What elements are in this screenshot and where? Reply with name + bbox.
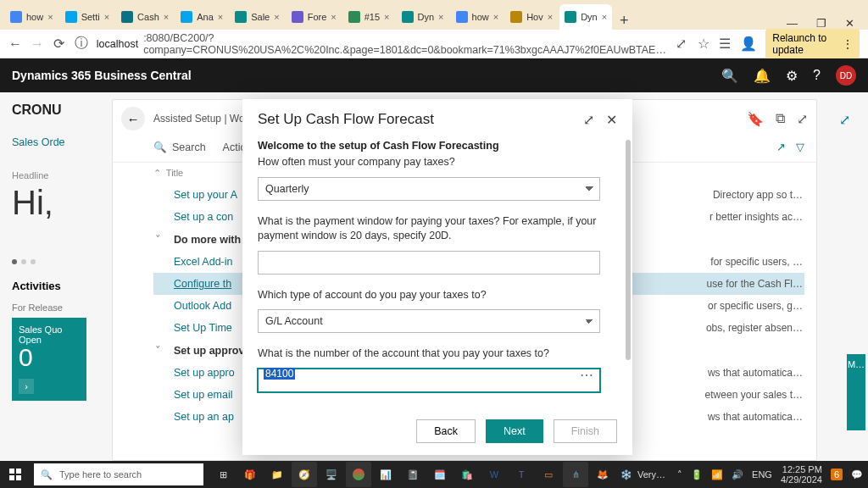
site-info-icon[interactable]: ⓘ xyxy=(75,35,88,53)
tray-wifi-icon[interactable]: 📶 xyxy=(711,469,723,480)
url-field[interactable]: localhost:8080/BC200/?company=CRONUS%20U… xyxy=(97,32,666,56)
tab-close-icon[interactable]: × xyxy=(384,12,389,22)
back-button[interactable]: Back xyxy=(416,419,476,443)
tray-volume-icon[interactable]: 🔊 xyxy=(732,469,743,480)
tray-clock[interactable]: 12:25 PM 4/29/2024 xyxy=(781,464,822,485)
q-tax-frequency: How often must your company pay taxes? xyxy=(258,155,617,170)
tab-close-icon[interactable]: × xyxy=(218,12,223,22)
panel-breadcrumb: Assisted Setup | Wor xyxy=(153,113,248,125)
taskbar-app[interactable]: ▭ xyxy=(536,462,561,487)
bc-settings-icon[interactable]: ⚙ xyxy=(786,68,798,84)
open-new-window-icon[interactable]: ⧉ xyxy=(776,111,785,127)
modal-scrollbar[interactable] xyxy=(626,140,631,360)
taskbar-chrome[interactable] xyxy=(346,462,371,487)
tax-frequency-select[interactable]: Quarterly xyxy=(258,177,600,201)
taskbar-app[interactable]: 📊 xyxy=(373,462,398,487)
taskbar-app[interactable]: 📓 xyxy=(400,462,426,487)
taskbar-app[interactable]: 🧭 xyxy=(292,462,317,487)
lookup-icon[interactable]: ⋯ xyxy=(580,367,593,383)
bc-notifications-icon[interactable]: 🔔 xyxy=(754,68,771,84)
tab-close-icon[interactable]: × xyxy=(438,12,443,22)
start-button[interactable] xyxy=(0,461,31,488)
tab-close-icon[interactable]: × xyxy=(493,12,498,22)
modal-close-icon[interactable]: ✕ xyxy=(606,112,617,128)
browser-tab[interactable]: Hov× xyxy=(505,4,558,30)
tab-close-icon[interactable]: × xyxy=(274,12,279,22)
account-type-select[interactable]: G/L Account xyxy=(258,309,600,333)
payment-window-input[interactable] xyxy=(258,251,600,274)
tray-action-center-icon[interactable]: 💬 xyxy=(851,469,863,480)
taskbar-app[interactable]: 🗓️ xyxy=(427,462,453,487)
tab-close-icon[interactable]: × xyxy=(164,12,169,22)
taskbar-weather[interactable]: ❄️Very… xyxy=(620,469,665,480)
q-payment-window: What is the payment window for paying yo… xyxy=(258,214,617,244)
share-icon[interactable]: ↗ xyxy=(776,141,786,153)
taskbar-app[interactable]: T xyxy=(509,462,534,487)
filter-icon[interactable]: ▽ xyxy=(796,141,804,153)
panel-back-button[interactable]: ← xyxy=(121,107,145,130)
modal-welcome: Welcome to the setup of Cash Flow Foreca… xyxy=(258,140,617,152)
taskbar-app[interactable]: 🛍️ xyxy=(454,462,480,487)
taskbar-app[interactable]: W xyxy=(481,462,507,487)
tray-language[interactable]: ENG xyxy=(752,469,772,480)
new-tab-button[interactable]: + xyxy=(614,12,634,30)
taskbar-vscode[interactable]: ⋔ xyxy=(563,462,588,487)
tab-close-icon[interactable]: × xyxy=(331,12,336,22)
taskbar-app[interactable]: 🎁 xyxy=(237,462,263,487)
browser-tab[interactable]: Fore× xyxy=(287,4,342,30)
browser-tab[interactable]: how× xyxy=(5,4,58,30)
tab-close-icon[interactable]: × xyxy=(548,12,553,22)
browser-tab[interactable]: Ana× xyxy=(175,4,228,30)
tray-chevron-up-icon[interactable]: ˄ xyxy=(677,469,682,480)
bookmark-icon[interactable]: 🔖 xyxy=(747,111,764,127)
relaunch-button[interactable]: Relaunch to update⋮ xyxy=(765,29,860,59)
tab-close-icon[interactable]: × xyxy=(47,12,53,22)
browser-tab[interactable]: #15× xyxy=(343,4,395,30)
bc-help-icon[interactable]: ? xyxy=(813,68,821,83)
bc-search-icon[interactable]: 🔍 xyxy=(721,68,738,84)
tray-battery-icon[interactable]: 🔋 xyxy=(691,469,703,480)
bookmark-star-icon[interactable]: ☆ xyxy=(697,36,710,52)
nav-reload-button[interactable]: ⟳ xyxy=(53,36,66,52)
cue-tile-sales-quotes[interactable]: Sales Quo Open 0 › xyxy=(12,318,86,401)
browser-tab[interactable]: Sale× xyxy=(230,4,284,30)
collapse-icon[interactable]: ⌃ xyxy=(153,168,164,179)
reading-list-icon[interactable]: ☰ xyxy=(718,36,732,52)
finish-button[interactable]: Finish xyxy=(554,419,617,443)
chevron-down-icon[interactable]: ˅ xyxy=(155,233,165,246)
system-tray: ˄ 🔋 📶 🔊 ENG 12:25 PM 4/29/2024 6 💬 xyxy=(677,464,868,485)
account-number-input[interactable] xyxy=(258,369,600,392)
browser-tab[interactable]: how× xyxy=(451,4,504,30)
tab-close-icon[interactable]: × xyxy=(104,12,109,22)
nav-forward-button[interactable]: → xyxy=(31,36,44,52)
search-icon: 🔍 xyxy=(41,469,53,480)
browser-tab[interactable]: Cash× xyxy=(116,4,174,30)
chevron-down-icon[interactable]: ˅ xyxy=(155,344,165,357)
browser-tab[interactable]: Setti× xyxy=(60,4,114,30)
window-restore[interactable]: ❐ xyxy=(816,17,826,30)
tab-close-icon[interactable]: × xyxy=(602,12,607,22)
nav-back-button[interactable]: ← xyxy=(8,36,22,52)
taskbar-apps: ⊞ 🎁 📁 🧭 🖥️ 📊 📓 🗓️ 🛍️ W T ▭ ⋔ 🦊 xyxy=(210,462,615,487)
taskbar-app[interactable]: 🦊 xyxy=(590,462,615,487)
profile-icon[interactable]: 👤 xyxy=(740,36,757,52)
tray-notifications[interactable]: 6 xyxy=(831,469,843,480)
modal-title: Set Up Cash Flow Forecast xyxy=(258,111,434,128)
taskbar-app[interactable]: 🖥️ xyxy=(319,462,344,487)
expand-icon[interactable]: ⤢ xyxy=(797,111,808,127)
bc-avatar[interactable]: DD xyxy=(836,65,856,86)
task-view-icon[interactable]: ⊞ xyxy=(210,462,236,487)
browser-tab[interactable]: Dyn× xyxy=(397,4,449,30)
modal-expand-icon[interactable]: ⤢ xyxy=(583,112,594,128)
window-minimize[interactable]: ― xyxy=(787,17,798,30)
install-app-icon[interactable]: ⤢ xyxy=(675,36,688,52)
chart-expand-icon[interactable]: ⤢ xyxy=(839,112,850,128)
panel-search[interactable]: 🔍Search xyxy=(153,141,206,153)
window-close[interactable]: ✕ xyxy=(845,17,854,30)
chevron-right-icon: › xyxy=(19,379,34,394)
taskbar-search[interactable]: 🔍 Type here to search xyxy=(34,463,203,485)
side-tile[interactable]: M… xyxy=(847,354,865,430)
browser-tab[interactable]: Dyn× xyxy=(559,4,612,30)
taskbar-app[interactable]: 📁 xyxy=(264,462,290,487)
next-button[interactable]: Next xyxy=(486,419,543,443)
